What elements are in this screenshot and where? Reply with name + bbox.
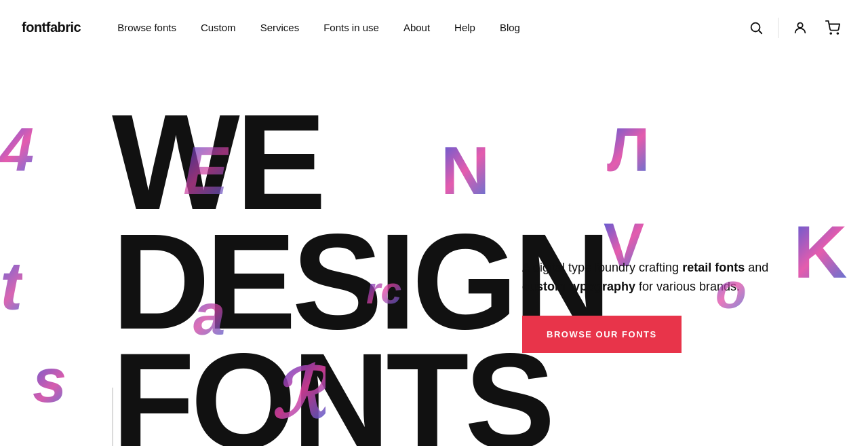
deco-o-script: o [715,265,747,316]
deco-rc-script: rc [366,272,401,310]
hero-text-middle: and [745,261,768,274]
nav-divider [778,18,778,38]
hero-text-plain: A digital type foundry crafting [522,261,682,274]
nav-services[interactable]: Services [248,22,312,33]
nav-blog[interactable]: Blog [488,22,532,33]
deco-four: 4 [0,119,34,181]
cart-icon [825,20,840,35]
svg-point-2 [797,22,802,27]
deco-a: a [193,286,225,343]
cta-button[interactable]: BROWSE OUR FONTS [522,316,682,353]
search-button[interactable] [743,14,770,41]
nav-links: Browse fonts Custom Services Fonts in us… [105,22,743,33]
deco-K: K [793,215,847,289]
svg-line-1 [759,31,762,33]
nav-help[interactable]: Help [442,22,488,33]
logo[interactable]: fontfabric [22,20,81,35]
deco-s: s [33,350,66,411]
deco-cyrl: Л [607,119,650,181]
cart-button[interactable] [819,14,846,41]
nav-browse-fonts[interactable]: Browse fonts [105,22,189,33]
nav-fonts-in-use[interactable]: Fonts in use [311,22,391,33]
deco-t: t [0,252,22,320]
nav-about[interactable]: About [391,22,442,33]
nav-custom[interactable]: Custom [189,22,248,33]
svg-point-4 [837,33,838,34]
nav-right [743,14,846,41]
headline-line3: FONTS [112,341,608,446]
user-icon [793,20,808,35]
hero-text-bold2: custom typography [522,280,635,293]
deco-big-e: E [183,136,229,204]
navbar: fontfabric Browse fonts Custom Services … [0,0,868,55]
hero-section: WE DESIGN FONTS A digital type foundry c… [0,55,868,446]
svg-point-0 [751,22,760,31]
svg-point-3 [830,33,831,34]
search-icon [749,20,764,35]
user-button[interactable] [787,14,814,41]
deco-R-script: ℛ [271,360,326,428]
